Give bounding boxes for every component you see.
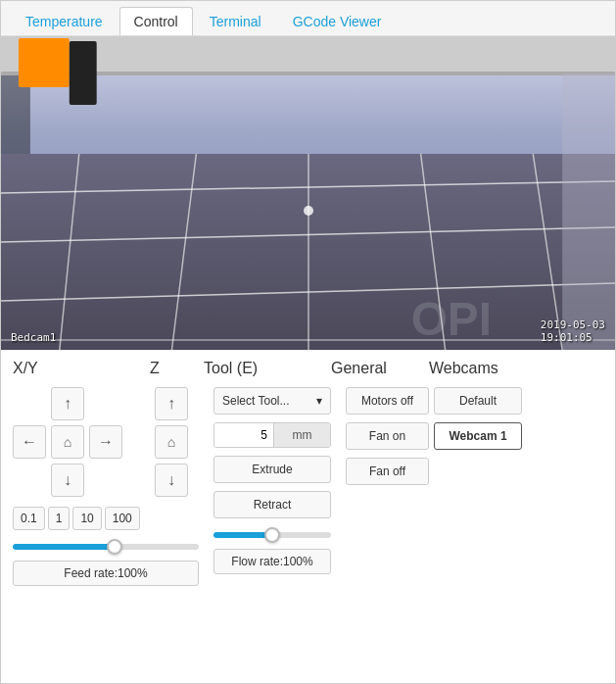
flow-rate-button[interactable]: Flow rate:100% (213, 549, 331, 574)
fan-off-button[interactable]: Fan off (346, 458, 429, 485)
z-header: Z (150, 360, 204, 377)
tool-dropdown-arrow: ▾ (316, 394, 322, 408)
svg-rect-4 (19, 38, 70, 87)
webcam-timestamp: 2019-05-0319:01:05 (541, 318, 605, 344)
tab-temperature[interactable]: Temperature (11, 7, 118, 35)
motors-off-button[interactable]: Motors off (346, 387, 429, 415)
fan-on-button[interactable]: Fan on (346, 422, 429, 450)
general-column: Motors off Fan on Fan off (331, 387, 429, 493)
z-up-button[interactable]: ↑ (155, 387, 188, 420)
control-columns: ↑ ← ⌂ → ↓ 0.1 1 10 100 (13, 387, 603, 586)
xy-column: ↑ ← ⌂ → ↓ 0.1 1 10 100 (13, 387, 150, 586)
step-buttons: 0.1 1 10 100 (13, 507, 150, 530)
webcam-label: Bedcam1 (11, 331, 56, 344)
tab-gcode-viewer[interactable]: GCode Viewer (278, 7, 397, 35)
tool-select-label: Select Tool... (222, 394, 289, 408)
tabs-bar: Temperature Control Terminal GCode Viewe… (1, 1, 615, 36)
section-headers: X/Y Z Tool (E) General Webcams (13, 360, 603, 377)
control-area: X/Y Z Tool (E) General Webcams ↑ ← ⌂ → ↓ (1, 350, 615, 596)
webcams-header: Webcams (429, 360, 527, 377)
z-grid: ↑ ⌂ ↓ (155, 387, 204, 499)
svg-rect-5 (70, 41, 97, 105)
svg-point-16 (304, 206, 313, 216)
webcams-column: Default Webcam 1 (429, 387, 537, 458)
webcam-feed: OPI Bedcam1 2019-05-0319:01:05 (1, 36, 615, 350)
extrude-input-row: mm (213, 422, 331, 448)
z-down-button[interactable]: ↓ (155, 464, 188, 497)
extrude-button[interactable]: Extrude (213, 456, 331, 483)
tab-terminal[interactable]: Terminal (195, 7, 276, 35)
tool-column: Select Tool... ▾ mm Extrude Retract Flow… (204, 387, 331, 574)
xy-header: X/Y (13, 360, 150, 377)
webcam-1-button[interactable]: Webcam 1 (434, 422, 522, 450)
flow-rate-slider-container (213, 526, 331, 541)
xy-up-button[interactable]: ↑ (51, 387, 84, 420)
svg-text:OPI: OPI (411, 293, 492, 345)
extrude-amount-input[interactable] (214, 423, 273, 447)
xy-down-button[interactable]: ↓ (51, 464, 84, 497)
flow-rate-slider[interactable] (213, 532, 331, 538)
webcam-default-button[interactable]: Default (434, 387, 522, 415)
z-home-button[interactable]: ⌂ (155, 425, 188, 459)
feed-rate-button[interactable]: Feed rate:100% (13, 561, 199, 586)
tool-header: Tool (E) (204, 360, 331, 377)
xy-home-button[interactable]: ⌂ (51, 425, 84, 459)
step-1-button[interactable]: 1 (48, 507, 71, 530)
feed-rate-slider-container (13, 538, 199, 553)
feed-rate-slider[interactable] (13, 544, 199, 550)
step-01-button[interactable]: 0.1 (13, 507, 45, 530)
retract-button[interactable]: Retract (213, 491, 331, 518)
step-10-button[interactable]: 10 (72, 507, 101, 530)
svg-rect-17 (562, 73, 615, 350)
xy-left-button[interactable]: ← (13, 425, 46, 459)
xy-grid: ↑ ← ⌂ → ↓ (13, 387, 124, 499)
step-100-button[interactable]: 100 (105, 507, 140, 530)
xy-right-button[interactable]: → (89, 425, 122, 459)
tool-select-button[interactable]: Select Tool... ▾ (213, 387, 331, 415)
general-header: General (331, 360, 429, 377)
z-column: ↑ ⌂ ↓ (150, 387, 204, 507)
tab-control[interactable]: Control (119, 7, 193, 35)
mm-unit-label: mm (273, 423, 330, 447)
